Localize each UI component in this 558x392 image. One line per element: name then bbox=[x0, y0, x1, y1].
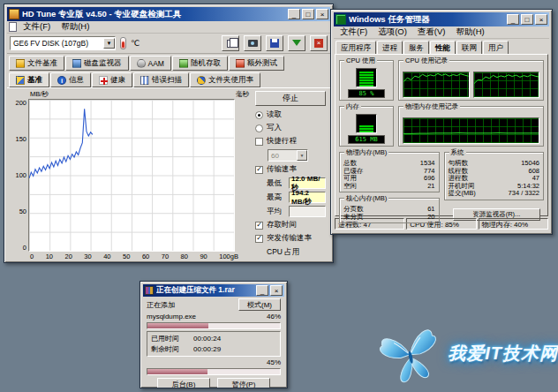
tab-info[interactable]: i信息 bbox=[50, 72, 91, 87]
tab-performance[interactable]: 性能 bbox=[430, 41, 456, 54]
remaining-label: 剩余时间 bbox=[151, 344, 179, 354]
stat-row: 可用696 bbox=[343, 175, 435, 183]
chevron-down-icon[interactable]: ▼ bbox=[103, 38, 115, 49]
document-icon bbox=[9, 22, 17, 32]
menu-help[interactable]: 帮助(H) bbox=[452, 26, 489, 38]
export-button[interactable] bbox=[288, 35, 305, 51]
stat-row: 已缓存774 bbox=[343, 168, 435, 176]
desktop: HD Tune 专业版 v4.50 - 专业硬盘检测工具 _ □ × 文件(F)… bbox=[0, 0, 558, 392]
total-percent: 45% bbox=[267, 358, 281, 366]
cpu-history-graph-1 bbox=[403, 72, 470, 98]
tab-processes[interactable]: 进程 bbox=[377, 41, 403, 54]
cpu-usage-group: CPU 使用 85 % bbox=[339, 60, 394, 101]
stat-row: 空闲21 bbox=[343, 183, 435, 191]
menu-view[interactable]: 查看(V) bbox=[413, 26, 450, 38]
winrar-close-button[interactable]: × bbox=[270, 285, 283, 296]
tab-benchmark[interactable]: 基准 bbox=[9, 72, 49, 87]
taskmgr-maximize-button[interactable]: □ bbox=[521, 14, 533, 25]
y-axis-labels: 200 150 100 50 0 bbox=[9, 99, 28, 252]
benchmark-plot bbox=[28, 99, 235, 252]
tab-aam[interactable]: AAM bbox=[130, 56, 171, 71]
hdtune-close-button[interactable]: × bbox=[316, 9, 328, 19]
y2-axis-title: 毫秒 bbox=[236, 90, 249, 99]
transfer-rate-checkbox[interactable]: ✓传输速率 bbox=[255, 164, 326, 175]
taskmgr-close-button[interactable]: × bbox=[535, 14, 547, 25]
winrar-title: 正在创建压缩文件 1.rar bbox=[156, 285, 253, 296]
memory-value: 615 MB bbox=[348, 135, 385, 144]
tab-applications[interactable]: 应用程序 bbox=[336, 41, 376, 54]
read-radio[interactable]: 读取 bbox=[255, 109, 326, 120]
tab-extra-tests[interactable]: 额外测试 bbox=[229, 56, 284, 71]
avg-label: 平均 bbox=[267, 207, 286, 217]
benchmark-side-panel: 停止 读取 写入 快捷行程 60▼ ✓传输速率 最低12.0 MB/秒 最高19… bbox=[251, 88, 330, 261]
taskmgr-window: Windows 任务管理器 _ □ × 文件(F) 选项(O) 查看(V) 帮助… bbox=[330, 9, 553, 235]
remaining-value: 00:00:29 bbox=[193, 345, 221, 353]
memory-history-group: 物理内存使用记录 bbox=[398, 106, 544, 147]
tab-random-access[interactable]: 随机存取 bbox=[172, 56, 228, 71]
winrar-app-icon bbox=[145, 286, 154, 295]
radio-icon bbox=[255, 124, 263, 132]
avg-value bbox=[289, 206, 326, 217]
access-time-checkbox[interactable]: ✓存取时间 bbox=[255, 220, 326, 230]
burst-rate-checkbox[interactable]: ✓突发传输速率 bbox=[255, 233, 326, 244]
winrar-titlebar[interactable]: 正在创建压缩文件 1.rar _ × bbox=[143, 284, 284, 297]
tab-file-benchmark[interactable]: 文件基准 bbox=[9, 56, 64, 71]
write-radio[interactable]: 写入 bbox=[255, 123, 326, 133]
menu-file[interactable]: 文件(F) bbox=[19, 21, 55, 33]
adding-label: 正在添加 bbox=[147, 300, 175, 310]
tab-error-scan[interactable]: 错误扫描 bbox=[133, 72, 189, 87]
tab-users[interactable]: 用户 bbox=[483, 41, 509, 54]
copy-icon bbox=[227, 40, 234, 48]
checkbox-icon: ✓ bbox=[255, 235, 263, 243]
folder-usage-icon bbox=[197, 76, 206, 85]
health-icon bbox=[99, 76, 108, 85]
memory-gauge bbox=[356, 114, 377, 133]
hdtune-tabs-top: 文件基准 磁盘监视器 AAM 随机存取 额外测试 bbox=[7, 54, 330, 71]
butterfly-logo bbox=[373, 318, 448, 388]
copy-button[interactable] bbox=[222, 35, 239, 51]
save-icon bbox=[270, 39, 279, 48]
system-group: 系统 句柄数15046 线程数608 进程数47 开机时间5:14:32 提交(… bbox=[444, 152, 545, 200]
thermometer-icon bbox=[120, 37, 126, 49]
taskmgr-tabs: 应用程序 进程 服务 性能 联网 用户 bbox=[334, 39, 549, 54]
hdtune-titlebar[interactable]: HD Tune 专业版 v4.50 - 专业硬盘检测工具 _ □ × bbox=[7, 7, 330, 21]
taskmgr-minimize-button[interactable]: _ bbox=[507, 14, 519, 25]
hdtune-maximize-button[interactable]: □ bbox=[302, 9, 314, 19]
menu-help[interactable]: 帮助(H) bbox=[57, 21, 94, 33]
min-value: 12.0 MB/秒 bbox=[289, 177, 326, 189]
shortstroke-checkbox[interactable]: 快捷行程 bbox=[255, 136, 326, 147]
pause-button[interactable]: 暂停(P) bbox=[217, 378, 270, 388]
taskmgr-menubar: 文件(F) 选项(O) 查看(V) 帮助(H) bbox=[334, 26, 549, 39]
tab-networking[interactable]: 联网 bbox=[456, 41, 482, 54]
hdtune-window: HD Tune 专业版 v4.50 - 专业硬盘检测工具 _ □ × 文件(F)… bbox=[4, 4, 334, 263]
checkbox-icon: ✓ bbox=[255, 166, 263, 174]
max-label: 最高 bbox=[267, 192, 286, 203]
winrar-minimize-button[interactable]: _ bbox=[256, 285, 268, 296]
menu-options[interactable]: 选项(O) bbox=[373, 26, 411, 38]
mode-button[interactable]: 模式(M) bbox=[238, 298, 281, 311]
shortstroke-select[interactable]: 60▼ bbox=[268, 149, 308, 162]
error-scan-icon bbox=[140, 76, 149, 85]
exit-button[interactable]: × bbox=[310, 35, 328, 51]
monitor-icon bbox=[72, 59, 81, 68]
taskmgr-titlebar[interactable]: Windows 任务管理器 _ □ × bbox=[334, 12, 549, 26]
hdtune-toolbar: GE6 FV DISK (107gB) ▼ ℃ × bbox=[7, 34, 330, 54]
benchmark-graph: MB/秒 毫秒 200 150 100 50 0 bbox=[7, 88, 251, 261]
menu-file[interactable]: 文件(F) bbox=[336, 26, 372, 38]
screenshot-button[interactable] bbox=[244, 35, 261, 51]
tab-health[interactable]: 健康 bbox=[92, 72, 132, 87]
hdtune-minimize-button[interactable]: _ bbox=[288, 9, 300, 19]
total-progress-bar bbox=[147, 368, 281, 375]
cpu-usage-gauge bbox=[356, 68, 377, 87]
hdtune-title: HD Tune 专业版 v4.50 - 专业硬盘检测工具 bbox=[22, 9, 285, 20]
background-button[interactable]: 后台(B) bbox=[157, 378, 210, 388]
camera-icon bbox=[248, 40, 258, 47]
tab-services[interactable]: 服务 bbox=[403, 41, 429, 54]
checkbox-icon: ✓ bbox=[255, 222, 263, 230]
file-percent: 46% bbox=[267, 313, 281, 320]
stop-button[interactable]: 停止 bbox=[255, 91, 326, 106]
drive-select[interactable]: GE6 FV DISK (107gB) ▼ bbox=[10, 36, 116, 50]
save-button[interactable] bbox=[266, 35, 283, 51]
tab-disk-monitor[interactable]: 磁盘监视器 bbox=[65, 56, 129, 71]
tab-folder-usage[interactable]: 文件夹使用率 bbox=[190, 72, 260, 87]
